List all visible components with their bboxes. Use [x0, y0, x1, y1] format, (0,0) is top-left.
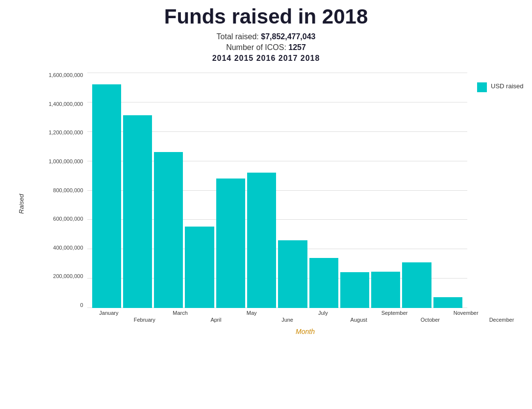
y-axis: 1,600,000,0001,400,000,0001,200,000,0001…: [28, 73, 87, 308]
y-tick: 200,000,000: [28, 274, 83, 279]
legend-color-box: [477, 82, 487, 92]
bar[interactable]: [278, 240, 307, 308]
legend: USD raised: [467, 73, 523, 308]
icos-value: 1257: [288, 43, 306, 51]
bar-item: [154, 152, 183, 308]
x-month-label: September: [381, 308, 408, 316]
bar-item: [371, 272, 400, 308]
x-month-label: November: [454, 308, 479, 316]
legend-label: USD raised: [491, 82, 523, 90]
x-label-item: March: [163, 308, 197, 324]
total-value: $7,852,477,043: [261, 32, 315, 41]
y-tick: 1,000,000,000: [28, 159, 83, 164]
x-label-item: October: [413, 308, 447, 324]
x-label-item: September: [378, 308, 411, 324]
bar-item: [247, 173, 276, 308]
y-tick: 1,600,000,000: [28, 73, 83, 78]
x-label-item: November: [449, 308, 483, 324]
icos-line: Number of ICOS: 1257: [226, 43, 306, 52]
bar[interactable]: [309, 258, 338, 308]
y-tick: 400,000,000: [28, 245, 83, 251]
bar[interactable]: [216, 179, 245, 308]
bar[interactable]: [433, 297, 462, 308]
x-label-item: January: [92, 308, 126, 324]
y-tick: 800,000,000: [28, 188, 83, 193]
x-label-item: July: [306, 308, 340, 324]
x-axis-title: Month: [87, 328, 524, 335]
bar[interactable]: [185, 227, 214, 308]
x-month-label: July: [318, 308, 328, 316]
x-label-item: June: [271, 308, 304, 324]
y-axis-label: Raised: [14, 73, 28, 335]
chart-title: Funds raised in 2018: [164, 5, 368, 28]
bar[interactable]: [154, 152, 183, 308]
x-month-label: June: [281, 316, 293, 323]
bar-item: [433, 297, 462, 308]
bar[interactable]: [371, 272, 400, 308]
x-label-item: April: [199, 308, 233, 324]
bars-area: [87, 73, 468, 308]
bars-group: [87, 73, 468, 308]
x-month-label: August: [351, 316, 367, 323]
y-tick: 1,200,000,000: [28, 130, 83, 135]
bar-item: [185, 227, 214, 308]
page: Funds raised in 2018 Total raised: $7,85…: [0, 0, 532, 409]
bar-item: [402, 262, 431, 308]
bar[interactable]: [123, 115, 152, 308]
x-month-label: January: [99, 308, 118, 316]
y-tick: 1,400,000,000: [28, 102, 83, 107]
x-month-label: December: [489, 316, 514, 323]
bar[interactable]: [402, 262, 431, 308]
bar-item: [278, 240, 307, 308]
x-month-label: October: [421, 316, 440, 323]
x-label-item: May: [235, 308, 269, 324]
year-links[interactable]: 2014 2015 2016 2017 2018: [212, 54, 320, 63]
x-month-label: March: [173, 308, 188, 316]
total-line: Total raised: $7,852,477,043: [217, 32, 316, 41]
bar[interactable]: [92, 84, 121, 308]
x-month-label: May: [247, 308, 257, 316]
icos-label: Number of ICOS:: [226, 43, 286, 51]
bar[interactable]: [247, 173, 276, 308]
x-label-item: December: [485, 308, 519, 324]
x-month-label: February: [134, 316, 155, 323]
y-tick: 0: [28, 303, 83, 308]
bar[interactable]: [340, 272, 369, 308]
total-label: Total raised:: [217, 32, 259, 41]
bar-item: [309, 258, 338, 308]
bar-item: [92, 84, 121, 308]
x-label-item: August: [342, 308, 376, 324]
bar-item: [216, 179, 245, 308]
x-month-label: April: [210, 316, 221, 323]
bar-item: [123, 115, 152, 308]
x-labels: JanuaryFebruaryMarchAprilMayJuneJulyAugu…: [87, 308, 524, 324]
bar-item: [340, 272, 369, 308]
x-label-item: February: [127, 308, 161, 324]
y-tick: 600,000,000: [28, 216, 83, 222]
